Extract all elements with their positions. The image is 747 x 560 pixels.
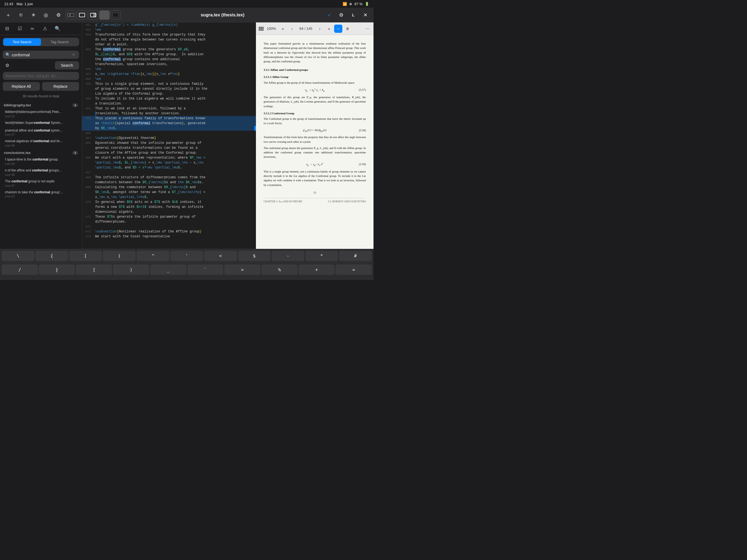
replacement-input-placeholder[interactable]: Replacement Text, using $1, $2, ...... [3,72,79,80]
results-list[interactable]: bibliography.tex 4 \bibitem{hiddensuperc… [0,100,82,249]
result-item[interactable]: chanism to take the conformal group'... … [1,189,81,200]
layout-solid-black-button[interactable] [110,10,121,20]
code-line: 470 In general when $K$ acts on a $T$ wi… [82,200,256,205]
layout-sidebar-button[interactable] [66,10,76,20]
code-line-highlighted: 462 This yields a continuous family of t… [82,116,256,121]
preview-page-number: 58 [264,190,366,195]
code-line: 452 \ee [82,27,256,32]
replace-buttons: Replace All Replace [3,82,79,91]
result-item[interactable]: The conformal group is not explic Line 5… [1,178,81,189]
location-button[interactable]: ◎ [41,10,51,20]
key-equals[interactable]: = [335,264,372,275]
layout-half-button[interactable] [88,10,98,20]
preview-intro-para: This paper formulated gravity as a simul… [264,42,366,64]
key-open-brace[interactable]: { [35,251,68,261]
layout-solid-dark-button[interactable] [99,10,110,20]
key-caret[interactable]: ^ [136,251,169,261]
result-text: \textit{Hidden Superconformal Symm... [5,121,77,125]
result-text: nsional algebras of conformal and lin... [5,139,77,144]
code-line: of group elements so we cannot directly … [82,86,256,91]
key-apostrophe[interactable]: ' [170,251,203,261]
search-input[interactable] [12,52,69,57]
code-line: 465 Ogievetski showed that the infinite … [82,141,256,146]
result-item[interactable]: \textit{Hidden Superconformal Symm... [1,119,81,127]
key-underscore[interactable]: _ [150,264,186,275]
font-button[interactable]: L [349,10,358,20]
eq-number-357: (3.57) [359,88,366,92]
results-count: 30 results found in total [3,94,79,98]
preview-para-359post: This is a single group element, not a co… [264,170,366,187]
text-search-tab[interactable]: Text Search [3,38,41,46]
more-options-button[interactable]: ··· [364,25,371,32]
eq-number-358: (3.58) [359,128,366,133]
key-plus[interactable]: + [299,264,335,275]
checkmark-button[interactable]: ✓ [324,10,334,20]
sparkle-button[interactable]: ✳ [28,10,38,20]
close-button[interactable]: ✕ [360,10,370,20]
result-line: Line 57 [5,195,77,198]
key-close-brace[interactable]: } [39,264,75,275]
result-text: n of the affine and conformal groups... [5,168,77,173]
panel-icons: ⊟ ☑ ∞ ⚠ 🔍 [0,22,82,35]
search-button[interactable]: Search [55,61,79,70]
next-page-button[interactable]: › [315,25,324,33]
replace-all-button[interactable]: Replace All [3,82,40,91]
prev-page-button[interactable]: ‹ [288,25,296,33]
replace-button[interactable]: Replace [42,82,79,91]
preview-eq-359: xμ → xμ / xν xν (3.59) [264,161,366,167]
code-line: 461 That is we look at an inversion, fol… [82,106,256,111]
code-line-highlighted: as \textit{special conformal transformat… [82,121,256,126]
code-line: 460 To include it in the Lie algebra we … [82,96,256,101]
infinity-icon[interactable]: ∞ [28,24,36,33]
preview-section-311: 3.3.1 Affine and Conformal groups [264,68,366,72]
left-panel: ⊟ ☑ ∞ ⚠ 🔍 Text Search Tag Search 🔍 ✕ ⚙ S… [0,22,82,249]
code-line: forms a new $T$ with $n+1$ indices, form… [82,205,256,209]
compile-settings-button[interactable]: ⚙ [336,10,346,20]
result-item[interactable]: f space-time is the conformal group. Lin… [1,156,81,167]
key-less-than[interactable]: < [204,251,237,261]
key-percent[interactable]: % [261,264,298,275]
last-page-button[interactable]: » [325,25,333,33]
tag-search-tab[interactable]: Tag Search [41,38,79,46]
result-item[interactable]: \bibitem{hiddensuperconformal} Pete... L… [1,108,81,119]
key-dollar[interactable]: $ [238,251,271,261]
search-clear-button[interactable]: ✕ [71,52,76,57]
key-backslash[interactable]: \ [2,251,34,261]
code-line: x_\mu x_\nu \partial_\rho$. [82,195,256,200]
code-line: 459 This is a single group element, not … [82,81,256,86]
preview-para-357post: The generators of this group are P_μ, th… [264,95,366,108]
add-button[interactable]: ＋ [3,10,13,20]
key-close-paren[interactable]: ) [113,264,149,275]
editor-panel[interactable]: 451 g'_{\mu\nu}(x') = \Lambda(x) g_{\mu\… [82,22,256,249]
page-info: 64 / 145 [297,27,314,31]
battery-level: 87 % [354,2,363,6]
key-open-bracket[interactable]: [ [69,251,102,261]
checkbox-icon[interactable]: ☑ [15,24,24,33]
pause-button[interactable]: ⏸ [343,25,352,33]
search-icon[interactable]: 🔍 [53,24,62,33]
key-minus[interactable]: - [272,251,304,261]
share-button[interactable]: ⎋ [16,10,26,20]
key-open-paren[interactable]: ( [103,251,136,261]
result-item[interactable]: ynamical affine and conformal symm... Li… [1,127,81,138]
warning-icon[interactable]: ⚠ [41,24,49,33]
key-hash[interactable]: # [339,251,372,261]
key-asterisk[interactable]: * [305,251,338,261]
key-close-bracket[interactable]: ] [76,264,112,275]
editor-content[interactable]: 451 g'_{\mu\nu}(x') = \Lambda(x) g_{\mu\… [82,22,256,249]
key-greater-than[interactable]: > [224,264,261,275]
result-line: Line 58 [5,144,77,147]
search-gear-icon[interactable]: ⚙ [3,61,11,70]
key-backtick[interactable]: ` [187,264,224,275]
code-line: 473 \subsection{Nonlinear realisation of… [82,229,256,234]
search-magnifier-icon: 🔍 [5,52,10,57]
result-item[interactable]: nsional algebras of conformal and lin...… [1,137,81,149]
sidebar-toggle[interactable]: ⊟ [3,24,11,33]
code-line: 463 [82,131,256,136]
result-item[interactable]: n of the affine and conformal groups... … [1,167,81,178]
first-page-button[interactable]: « [279,25,287,33]
layout-outline-button[interactable] [77,10,87,20]
settings-button[interactable]: ⚙ [54,10,63,20]
key-slash[interactable]: / [2,264,38,275]
sync-button[interactable]: ↔ [334,25,342,33]
